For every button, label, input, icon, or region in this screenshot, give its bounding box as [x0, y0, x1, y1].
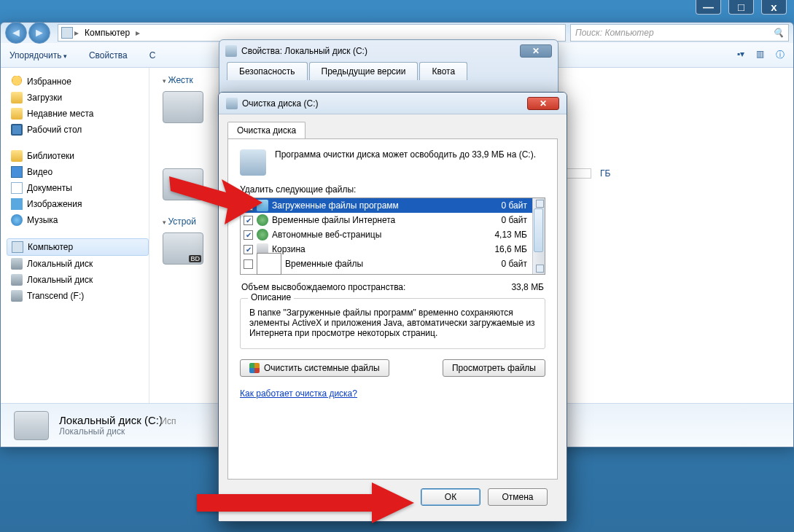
folder-icon — [11, 92, 23, 103]
file-name: Временные файлы — [285, 259, 363, 269]
sidebar-downloads[interactable]: Загрузки — [7, 90, 149, 106]
file-list-row[interactable]: Временные файлы0 байт — [241, 257, 545, 271]
view-details-button[interactable]: ▥ — [756, 49, 764, 61]
sidebar-video[interactable]: Видео — [7, 164, 149, 180]
system-button[interactable]: С — [149, 50, 156, 60]
minimize-button[interactable]: — — [696, 0, 721, 15]
how-cleanup-works-link[interactable]: Как работает очистка диска? — [240, 388, 357, 399]
file-list[interactable]: ✔Загруженные файлы программ0 байт✔Времен… — [240, 197, 545, 275]
annotation-arrow-top — [169, 160, 264, 226]
folder-icon — [11, 108, 23, 120]
drive-size: ГБ — [600, 168, 610, 200]
sidebar-local-c[interactable]: Локальный диск — [7, 256, 149, 272]
scrollbar-thumb[interactable] — [534, 208, 543, 252]
star-icon — [11, 76, 23, 87]
help-icon[interactable]: ⓘ — [776, 49, 785, 61]
cleanup-intro-text: Программа очистки диска может освободить… — [275, 149, 536, 160]
file-list-row[interactable]: ✔Загруженные файлы программ0 байт — [241, 198, 545, 213]
scrollbar[interactable] — [532, 198, 545, 274]
description-group: Описание В папке "Загруженные файлы прог… — [240, 298, 545, 349]
drive-icon — [225, 45, 237, 57]
file-list-row[interactable]: ✔Временные файлы Интернета0 байт — [241, 213, 545, 227]
view-icons-button[interactable]: ▪▾ — [737, 49, 744, 61]
breadcrumb-sep: ▸ — [73, 28, 80, 38]
maximize-button[interactable]: □ — [728, 0, 754, 15]
clean-system-files-button[interactable]: Очистить системные файлы — [240, 359, 389, 377]
search-icon: 🔍 — [773, 28, 784, 38]
back-button[interactable]: ◄ — [5, 22, 27, 44]
drive-icon — [163, 91, 203, 123]
bd-drive[interactable] — [163, 232, 203, 265]
sidebar-recent[interactable]: Недавние места — [7, 106, 149, 122]
sidebar-desktop[interactable]: Рабочий стол — [7, 122, 149, 138]
drive-icon — [14, 411, 49, 440]
sidebar-favorites[interactable]: Избранное — [7, 74, 149, 90]
total-label: Объем высвобождаемого пространства: — [241, 282, 405, 292]
sidebar-music[interactable]: Музыка — [7, 212, 149, 228]
disk-cleanup-dialog: Очистка диска (C:) ✕ Очистка диска Прогр… — [218, 92, 567, 522]
parent-window-controls: — □ x — [696, 0, 787, 15]
sidebar-libraries[interactable]: Библиотеки — [7, 148, 149, 164]
file-name: Временные файлы Интернета — [272, 215, 395, 225]
close-button[interactable]: ✕ — [520, 44, 552, 58]
close-button[interactable]: ✕ — [527, 97, 559, 110]
svg-marker-0 — [169, 176, 262, 224]
drive-icon — [11, 274, 23, 286]
pictures-icon — [11, 198, 23, 210]
computer-icon — [12, 241, 23, 253]
desktop-icon — [11, 124, 23, 136]
page-icon — [257, 253, 281, 275]
sidebar: Избранное Загрузки Недавние места Рабочи… — [1, 68, 149, 403]
breadcrumb-sep: ▸ — [134, 28, 141, 38]
drive-icon — [11, 290, 23, 302]
cleanup-title: Очистка диска (C:) — [242, 98, 319, 109]
sidebar-pictures[interactable]: Изображения — [7, 196, 149, 212]
total-value: 33,8 МБ — [511, 282, 544, 292]
libraries-icon — [11, 150, 23, 162]
sidebar-local-d[interactable]: Локальный диск — [7, 272, 149, 288]
status-subtitle: Локальный диск — [59, 426, 176, 437]
delete-files-label: Удалить следующие файлы: — [240, 184, 545, 195]
checkbox[interactable]: ✔ — [244, 245, 253, 254]
checkbox[interactable] — [244, 259, 253, 269]
search-box[interactable]: Поиск: Компьютер 🔍 — [570, 24, 789, 42]
file-name: Автономные веб-страницы — [272, 230, 381, 240]
description-legend: Описание — [248, 292, 294, 302]
properties-title: Свойства: Локальный диск (C:) — [241, 46, 367, 56]
tab-quota[interactable]: Квота — [419, 62, 467, 80]
tab-previous-versions[interactable]: Предыдущие версии — [309, 62, 419, 80]
sidebar-computer[interactable]: Компьютер — [7, 238, 149, 256]
status-title: Локальный диск (C:) — [59, 414, 163, 426]
music-icon — [11, 214, 23, 226]
globe-icon — [257, 229, 268, 240]
video-icon — [11, 166, 23, 178]
file-list-row[interactable]: ✔Автономные веб-страницы4,13 МБ — [241, 227, 545, 242]
computer-icon — [61, 27, 73, 39]
close-button[interactable]: x — [761, 0, 787, 15]
nav-buttons: ◄ ► — [5, 22, 50, 44]
breadcrumb-computer[interactable]: Компьютер — [80, 28, 134, 38]
document-icon — [11, 182, 23, 194]
properties-button[interactable]: Свойства — [89, 50, 128, 60]
drive-icon — [11, 258, 23, 270]
svg-marker-1 — [197, 482, 414, 523]
ok-button[interactable]: ОК — [421, 488, 480, 506]
tab-security[interactable]: Безопасность — [227, 62, 308, 80]
drive-c[interactable] — [163, 91, 203, 123]
checkbox[interactable]: ✔ — [244, 230, 253, 240]
sidebar-documents[interactable]: Документы — [7, 180, 149, 196]
view-files-button[interactable]: Просмотреть файлы — [443, 359, 545, 377]
file-list-row[interactable]: ✔Корзина16,6 МБ — [241, 242, 545, 257]
description-text: В папке "Загруженные файлы программ" вре… — [249, 308, 536, 338]
tab-disk-cleanup[interactable]: Очистка диска — [227, 122, 305, 138]
file-name: Загруженные файлы программ — [272, 200, 399, 211]
forward-button[interactable]: ► — [28, 22, 50, 44]
bd-drive-icon — [163, 232, 203, 265]
sidebar-transcend[interactable]: Transcend (F:) — [7, 288, 149, 304]
organize-menu[interactable]: Упорядочить — [9, 50, 67, 60]
drive-icon — [226, 98, 238, 109]
annotation-arrow-bottom — [197, 482, 416, 526]
status-used: Исп — [160, 416, 176, 426]
cancel-button[interactable]: Отмена — [488, 488, 548, 506]
search-placeholder: Поиск: Компьютер — [575, 28, 654, 38]
